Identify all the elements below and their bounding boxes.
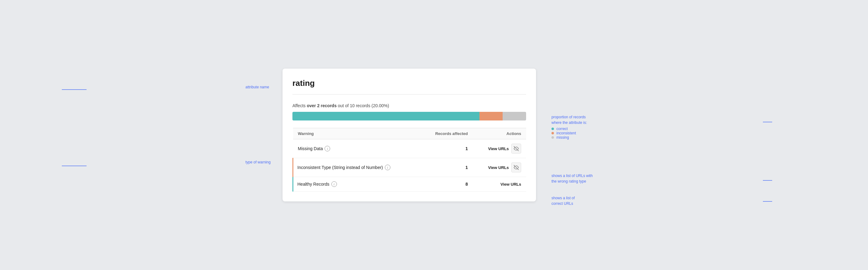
progress-missing [503,112,526,121]
eye-off-inconsistent[interactable] [511,163,521,172]
records-inconsistent: 1 [420,158,473,177]
annotation-correct-urls: shows a list ofcorrect URLs [552,195,575,206]
legend-correct: correct [552,127,587,131]
info-icon-inconsistent[interactable]: i [385,165,391,170]
view-urls-missing[interactable]: View URLs [488,146,509,151]
affects-text: Affects over 2 records out of 10 records… [292,103,526,108]
eye-off-missing[interactable] [511,144,521,154]
progress-healthy [292,112,479,121]
col-header-warning: Warning [293,128,420,139]
warning-cell-missing: Missing Data i [293,139,420,158]
table-row: Missing Data i 1 View URLs [293,139,526,158]
annotation-proportion: proportion of recordswhere the attribute… [552,114,587,126]
progress-bar [292,112,526,121]
annotation-type-warning: type of warning [245,160,271,165]
warning-name-inconsistent: Inconsistent Type (String instead of Num… [298,165,383,170]
warnings-table: Warning Records affected Actions Missing… [292,128,526,192]
annotation-wrong-type: shows a list of URLs withthe wrong ratin… [552,173,593,184]
view-urls-healthy[interactable]: View URLs [500,182,521,187]
table-row: Inconsistent Type (String instead of Num… [293,158,526,177]
legend-inconsistent: inconsistent [552,131,587,135]
warning-cell-healthy: Healthy Records i [293,177,420,192]
progress-inconsistent [479,112,503,121]
info-icon-healthy[interactable]: i [331,181,337,187]
records-missing: 1 [420,139,473,158]
actions-healthy: View URLs [473,177,526,192]
annotation-attribute-name: attribute name [245,85,269,90]
attribute-title: rating [292,78,526,95]
actions-inconsistent: View URLs [473,158,526,177]
legend-missing: missing [552,135,587,140]
col-header-actions: Actions [473,128,526,139]
warning-cell-inconsistent: Inconsistent Type (String instead of Num… [293,158,420,177]
warning-name-missing: Missing Data [298,146,323,151]
table-row: Healthy Records i 8 View URLs [293,177,526,192]
view-urls-inconsistent[interactable]: View URLs [488,165,509,170]
col-header-records: Records affected [420,128,473,139]
actions-missing: View URLs [473,139,526,158]
main-card: rating Affects over 2 records out of 10 … [282,69,536,201]
info-icon-missing[interactable]: i [324,146,330,151]
warning-name-healthy: Healthy Records [298,182,330,187]
records-healthy: 8 [420,177,473,192]
